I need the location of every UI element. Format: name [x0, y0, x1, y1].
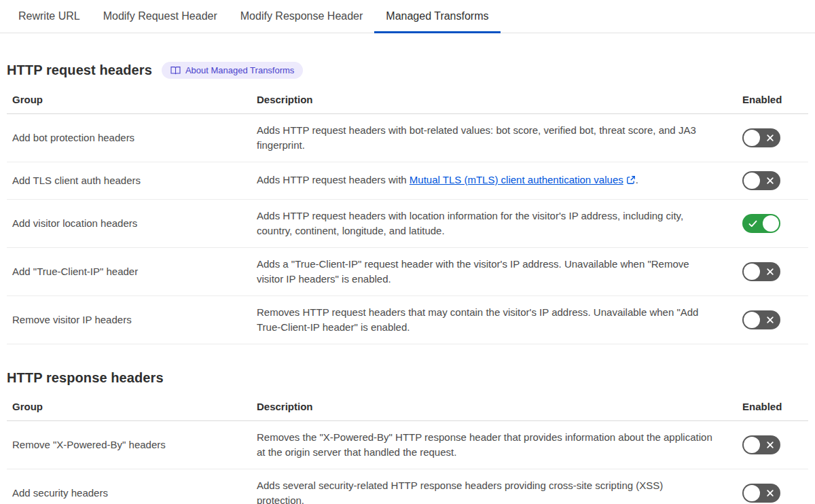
enabled-toggle-off[interactable]	[742, 128, 780, 147]
table-row: Add visitor location headersAdds HTTP re…	[7, 200, 808, 248]
enabled-toggle-on[interactable]	[742, 214, 780, 233]
toggle-knob	[744, 173, 760, 189]
enabled-toggle-off[interactable]	[742, 310, 780, 329]
x-icon	[766, 171, 774, 190]
enabled-cell	[737, 205, 808, 242]
table-row: Add TLS client auth headersAdds HTTP req…	[7, 162, 808, 200]
column-header-group: Group	[7, 90, 251, 113]
description-text: Adds HTTP request headers with location …	[251, 200, 737, 247]
http-request-headers-section: HTTP request headers About Managed Trans…	[0, 62, 815, 344]
description-text: Adds several security-related HTTP respo…	[251, 469, 737, 504]
table-header-row: Group Description Enabled	[7, 397, 808, 421]
column-header-enabled: Enabled	[737, 397, 808, 420]
description-text: Adds HTTP request headers with bot-relat…	[251, 114, 737, 162]
enabled-cell	[737, 253, 808, 290]
column-header-description: Description	[251, 90, 737, 113]
x-icon	[766, 435, 774, 454]
section-title: HTTP request headers	[7, 62, 152, 78]
group-label: Add visitor location headers	[7, 207, 251, 240]
group-label: Remove "X-Powered-By" headers	[7, 429, 251, 461]
table-row: Add "True-Client-IP" headerAdds a "True-…	[7, 248, 808, 296]
external-link-icon[interactable]	[626, 174, 636, 189]
toggle-knob	[744, 485, 760, 501]
x-icon	[766, 262, 774, 281]
enabled-cell	[737, 427, 808, 463]
mtls-documentation-link[interactable]: Mutual TLS (mTLS) client authentication …	[410, 174, 623, 185]
request-headers-table: Group Description Enabled Add bot protec…	[7, 90, 808, 344]
table-row: Remove visitor IP headersRemoves HTTP re…	[7, 296, 808, 344]
toggle-knob	[744, 264, 760, 280]
toggle-knob	[744, 130, 760, 146]
x-icon	[766, 310, 774, 329]
enabled-toggle-off[interactable]	[742, 262, 780, 281]
description-text: Adds HTTP request headers with Mutual TL…	[251, 164, 737, 198]
table-header-row: Group Description Enabled	[7, 90, 808, 114]
table-row: Add security headersAdds several securit…	[7, 469, 808, 504]
x-icon	[766, 484, 774, 503]
about-managed-transforms-badge[interactable]: About Managed Transforms	[162, 62, 303, 79]
enabled-toggle-off[interactable]	[742, 171, 780, 190]
enabled-cell	[737, 162, 808, 199]
check-icon	[748, 214, 757, 233]
group-label: Add TLS client auth headers	[7, 164, 251, 197]
enabled-toggle-off[interactable]	[742, 484, 780, 503]
transform-rules-tabbar: Rewrite URL Modify Request Header Modify…	[0, 0, 815, 33]
x-icon	[766, 128, 774, 147]
description-text: Removes HTTP request headers that may co…	[251, 296, 737, 344]
description-text: Removes the "X-Powered-By" HTTP response…	[251, 421, 737, 469]
table-row: Remove "X-Powered-By" headersRemoves the…	[7, 421, 808, 469]
column-header-description: Description	[251, 397, 737, 420]
toggle-knob	[744, 312, 760, 328]
column-header-group: Group	[7, 397, 251, 420]
badge-label: About Managed Transforms	[185, 65, 294, 75]
tab-managed-transforms[interactable]: Managed Transforms	[374, 0, 500, 33]
http-response-headers-section: HTTP response headers Group Description …	[0, 370, 815, 504]
enabled-cell	[737, 302, 808, 338]
tab-modify-request-header[interactable]: Modify Request Header	[92, 0, 229, 33]
group-label: Add "True-Client-IP" header	[7, 255, 251, 288]
toggle-knob	[744, 437, 760, 453]
section-title: HTTP response headers	[7, 370, 164, 386]
toggle-knob	[763, 215, 779, 232]
enabled-cell	[737, 120, 808, 156]
table-row: Add bot protection headersAdds HTTP requ…	[7, 114, 808, 162]
enabled-toggle-off[interactable]	[742, 435, 780, 454]
description-text: Adds a "True-Client-IP" request header w…	[251, 248, 737, 295]
enabled-cell	[737, 475, 808, 504]
group-label: Remove visitor IP headers	[7, 304, 251, 336]
group-label: Add bot protection headers	[7, 122, 251, 154]
book-icon	[170, 66, 181, 75]
tab-modify-response-header[interactable]: Modify Response Header	[229, 0, 375, 33]
response-headers-table: Group Description Enabled Remove "X-Powe…	[7, 397, 808, 504]
column-header-enabled: Enabled	[737, 90, 808, 113]
tab-rewrite-url[interactable]: Rewrite URL	[7, 0, 92, 33]
group-label: Add security headers	[7, 477, 251, 504]
